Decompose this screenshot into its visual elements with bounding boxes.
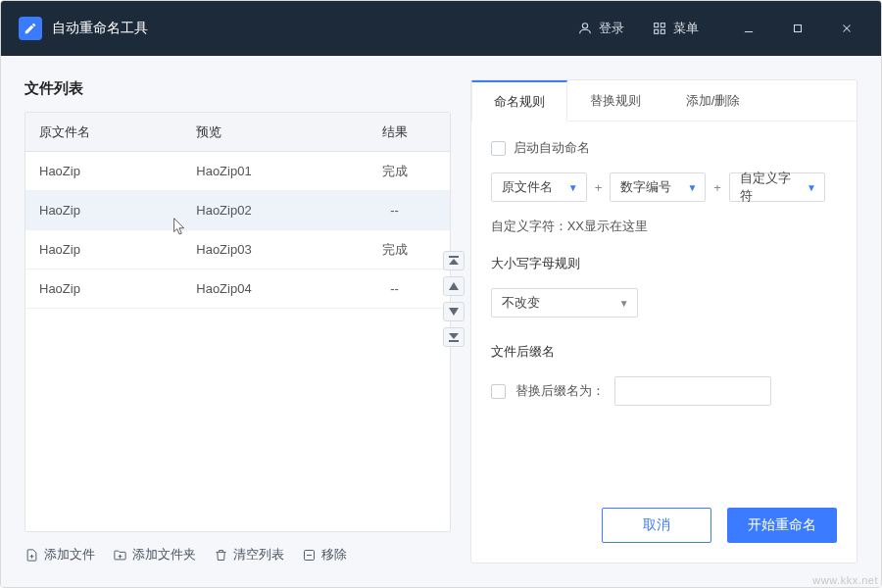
add-folder-button[interactable]: 添加文件夹: [113, 546, 196, 564]
case-rule-value: 不改变: [502, 294, 540, 312]
pattern-slot-2-value: 数字编号: [620, 178, 671, 196]
column-result[interactable]: 结果: [340, 123, 450, 141]
svg-rect-2: [661, 24, 664, 27]
close-icon: [840, 22, 854, 35]
svg-rect-14: [449, 340, 459, 342]
pattern-slot-3-value: 自定义字符: [740, 170, 799, 205]
chevron-down-icon: ▼: [619, 298, 629, 309]
auto-name-label: 启动自动命名: [514, 139, 590, 157]
titlebar: 自动重命名工具 登录 菜单: [1, 1, 881, 56]
ext-replace-label: 替换后缀名为：: [515, 382, 605, 400]
file-plus-icon: [24, 548, 39, 563]
svg-marker-12: [449, 308, 459, 316]
svg-marker-11: [449, 282, 459, 290]
pattern-slot-1-select[interactable]: 原文件名 ▼: [491, 172, 587, 202]
plus-separator: +: [595, 180, 603, 195]
ext-input[interactable]: [614, 376, 771, 406]
move-up-button[interactable]: [443, 276, 465, 296]
case-rule-select[interactable]: 不改变 ▼: [491, 288, 638, 318]
start-rename-button[interactable]: 开始重命名: [727, 508, 837, 543]
tabs: 命名规则替换规则添加/删除: [471, 80, 857, 122]
cell-original-name: HaoZip: [25, 164, 182, 178]
pattern-slot-3-select[interactable]: 自定义字符 ▼: [729, 172, 825, 202]
cell-result: --: [340, 203, 450, 218]
cell-preview: HaoZip02: [182, 203, 339, 218]
login-button[interactable]: 登录: [577, 20, 624, 37]
tab-label: 替换规则: [590, 92, 641, 110]
svg-point-0: [582, 24, 587, 28]
table-row[interactable]: HaoZipHaoZip03完成: [25, 230, 450, 270]
clear-list-label: 清空列表: [233, 546, 284, 564]
pattern-slot-1-value: 原文件名: [502, 178, 553, 196]
file-list-panel: 文件列表 原文件名 预览 结果 HaoZipHaoZip01完成HaoZipHa…: [24, 79, 451, 564]
grid-icon: [652, 21, 667, 36]
svg-marker-13: [449, 333, 459, 339]
move-to-bottom-button[interactable]: [443, 327, 465, 347]
column-original-name[interactable]: 原文件名: [25, 123, 182, 141]
cell-result: --: [340, 281, 450, 296]
svg-marker-10: [449, 259, 459, 265]
remove-label: 移除: [321, 546, 347, 564]
chevron-down-icon: ▼: [807, 182, 816, 193]
table-row[interactable]: HaoZipHaoZip04--: [25, 270, 450, 309]
svg-rect-6: [795, 25, 802, 32]
add-file-label: 添加文件: [44, 546, 95, 564]
app-icon: [19, 17, 42, 40]
minimize-icon: [742, 22, 756, 35]
clear-list-button[interactable]: 清空列表: [214, 546, 284, 564]
start-rename-label: 开始重命名: [748, 516, 816, 534]
tab-1[interactable]: 替换规则: [567, 80, 663, 121]
table-row[interactable]: HaoZipHaoZip02--: [25, 191, 450, 230]
ext-row: 替换后缀名为：: [491, 376, 837, 406]
remove-button[interactable]: 移除: [302, 546, 347, 564]
menu-button[interactable]: 菜单: [652, 20, 699, 37]
ext-replace-checkbox[interactable]: [491, 384, 506, 399]
tab-0[interactable]: 命名规则: [471, 80, 567, 122]
folder-plus-icon: [113, 548, 127, 563]
table-wrap: 原文件名 预览 结果 HaoZipHaoZip01完成HaoZipHaoZip0…: [24, 112, 451, 532]
column-preview[interactable]: 预览: [182, 123, 339, 141]
table-body: HaoZipHaoZip01完成HaoZipHaoZip02--HaoZipHa…: [25, 152, 450, 531]
app-title: 自动重命名工具: [52, 20, 148, 37]
user-icon: [577, 21, 593, 36]
cell-result: 完成: [340, 163, 450, 180]
ext-section-title: 文件后缀名: [491, 343, 837, 361]
cell-original-name: HaoZip: [25, 242, 182, 257]
maximize-button[interactable]: [781, 14, 814, 43]
svg-rect-3: [655, 29, 659, 33]
rules-panel: 命名规则替换规则添加/删除 启动自动命名 原文件名 ▼ + 数字编号 ▼: [470, 79, 858, 564]
case-section-title: 大小写字母规则: [491, 255, 837, 272]
menu-label: 菜单: [673, 20, 699, 37]
table-row[interactable]: HaoZipHaoZip01完成: [25, 152, 450, 191]
pattern-slot-2-select[interactable]: 数字编号 ▼: [610, 172, 706, 202]
table-header: 原文件名 预览 结果: [25, 113, 450, 152]
svg-rect-4: [661, 29, 664, 33]
move-to-top-button[interactable]: [443, 251, 465, 270]
cell-preview: HaoZip01: [182, 164, 339, 178]
app-window: 自动重命名工具 登录 菜单 文件列表 原文件名: [0, 0, 882, 588]
minimize-button[interactable]: [732, 14, 765, 43]
file-toolbar: 添加文件 添加文件夹 清空列表 移除: [24, 546, 451, 564]
chevron-down-icon: ▼: [568, 182, 578, 193]
maximize-icon: [791, 22, 805, 35]
pattern-row: 原文件名 ▼ + 数字编号 ▼ + 自定义字符 ▼: [491, 172, 837, 202]
auto-name-row: 启动自动命名: [491, 139, 837, 157]
rules-footer: 取消 开始重命名: [471, 492, 857, 563]
add-file-button[interactable]: 添加文件: [24, 546, 95, 564]
auto-name-checkbox[interactable]: [491, 141, 506, 156]
cell-original-name: HaoZip: [25, 281, 182, 296]
custom-chars-note: 自定义字符：XX显示在这里: [491, 218, 837, 235]
chevron-down-icon: ▼: [687, 182, 697, 193]
close-button[interactable]: [830, 14, 863, 43]
cell-preview: HaoZip03: [182, 242, 339, 257]
file-list-title: 文件列表: [24, 79, 451, 98]
plus-separator: +: [713, 180, 721, 195]
cell-result: 完成: [340, 241, 450, 259]
svg-rect-1: [655, 24, 659, 27]
remove-icon: [302, 548, 317, 563]
tab-2[interactable]: 添加/删除: [663, 80, 763, 121]
cancel-button[interactable]: 取消: [602, 508, 711, 543]
content-area: 文件列表 原文件名 预览 结果 HaoZipHaoZip01完成HaoZipHa…: [1, 56, 881, 587]
login-label: 登录: [599, 20, 624, 37]
move-down-button[interactable]: [443, 302, 465, 321]
